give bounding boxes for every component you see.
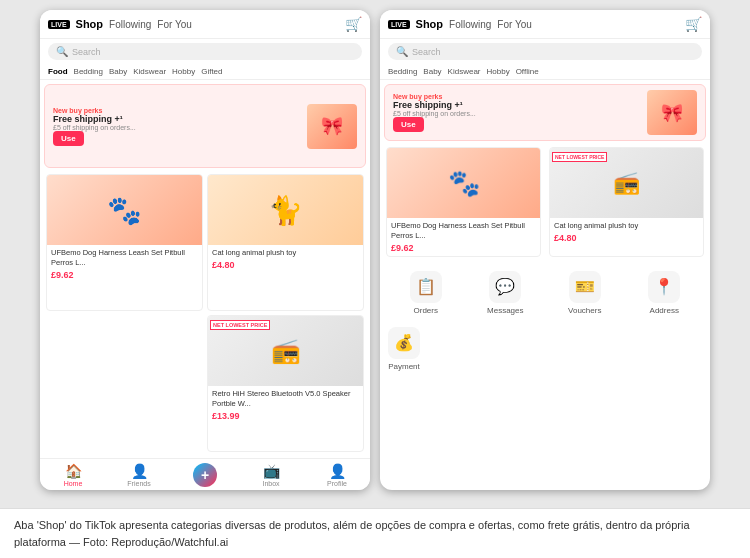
vouchers-label: Vouchers [568,306,601,315]
right-category-tabs: Bedding Baby Kidswear Hobby Offline [380,64,710,80]
nav-home-label: Home [64,480,83,487]
right-menu-grid: 📋 Orders 💬 Messages 🎫 Vouchers 📍 Address [380,263,710,323]
use-button-right[interactable]: Use [393,117,424,132]
product-info-cat: Cat long animal plush toy £4.80 [208,245,363,273]
nav-foryou-right[interactable]: For You [497,19,531,30]
nav-cart-right[interactable]: 🛒 [685,16,702,32]
address-label: Address [650,306,679,315]
right-net-lowest-badge: NET LOWEST PRICE [552,152,607,162]
right-product-img-speaker: 📻 NET LOWEST PRICE [550,148,703,218]
product-img-cat: 🐈 [208,175,363,245]
nav-foryou-left[interactable]: For You [157,19,191,30]
nav-home[interactable]: 🏠 Home [40,463,106,487]
net-lowest-badge: NET LOWEST PRICE [210,320,270,330]
promo-banner-right[interactable]: New buy perks Free shipping +¹ £5 off sh… [384,84,706,141]
product-price-cat: £4.80 [212,260,359,270]
menu-messages[interactable]: 💬 Messages [468,271,544,315]
promo-banner-left[interactable]: New buy perks Free shipping +¹ £5 off sh… [44,84,366,168]
rcat-baby[interactable]: Baby [423,67,441,76]
product-dog-harness-left[interactable]: 🐾 UFBemo Dog Harness Leash Set Pitbull P… [46,174,203,311]
right-product-info-speaker: Cat long animal plush toy £4.80 [550,218,703,246]
right-product-price-dog: £9.62 [391,243,536,253]
product-name-dog: UFBemo Dog Harness Leash Set Pitbull Per… [51,248,198,268]
left-content: New buy perks Free shipping +¹ £5 off sh… [40,80,370,458]
right-product-dog[interactable]: 🐾 UFBemo Dog Harness Leash Set Pitbull P… [386,147,541,257]
nav-friends[interactable]: 👤 Friends [106,463,172,487]
right-product-price-speaker: £4.80 [554,233,699,243]
right-product-img-dog: 🐾 [387,148,540,218]
right-product-info-dog: UFBemo Dog Harness Leash Set Pitbull Per… [387,218,540,256]
product-cat-plush[interactable]: 🐈 Cat long animal plush toy £4.80 [207,174,364,311]
main-container: LIVE Shop Following For You 🛒 🔍 Search F… [0,0,750,558]
menu-orders[interactable]: 📋 Orders [388,271,464,315]
nav-following-right[interactable]: Following [449,19,491,30]
promo-left: New buy perks Free shipping +¹ £5 off sh… [53,107,301,146]
orders-label: Orders [414,306,438,315]
payment-row: 💰 Payment [380,323,710,375]
nav-profile[interactable]: 👤 Profile [304,463,370,487]
left-search-bar[interactable]: 🔍 Search [48,43,362,60]
nav-shop-right[interactable]: Shop [416,18,444,30]
rcat-offline[interactable]: Offline [516,67,539,76]
cat-food[interactable]: Food [48,67,68,76]
rcat-hobby[interactable]: Hobby [487,67,510,76]
add-button[interactable]: + [193,463,217,487]
profile-icon: 👤 [329,463,346,479]
cat-kidswear[interactable]: Kidswear [133,67,166,76]
messages-icon: 💬 [489,271,521,303]
inbox-icon: 📺 [263,463,280,479]
live-badge: LIVE [48,20,70,29]
messages-label: Messages [487,306,523,315]
right-top-nav: LIVE Shop Following For You 🛒 [380,10,710,39]
product-info-dog: UFBemo Dog Harness Leash Set Pitbull Per… [47,245,202,283]
right-search-bar[interactable]: 🔍 Search [388,43,702,60]
right-product-name-dog: UFBemo Dog Harness Leash Set Pitbull Per… [391,221,536,241]
search-icon-right: 🔍 [396,46,408,57]
nav-profile-label: Profile [327,480,347,487]
rcat-kidswear[interactable]: Kidswear [448,67,481,76]
nav-inbox[interactable]: 📺 Inbox [238,463,304,487]
menu-vouchers[interactable]: 🎫 Vouchers [547,271,623,315]
left-category-tabs: Food Bedding Baby Kidswear Hobby Gifted [40,64,370,80]
right-product-name-speaker: Cat long animal plush toy [554,221,699,231]
search-icon-left: 🔍 [56,46,68,57]
product-info-speaker: Retro HiH Stereo Bluetooth V5.0 Speaker … [208,386,363,424]
product-speaker[interactable]: 📻 NET LOWEST PRICE Retro HiH Stereo Blue… [207,315,364,452]
right-promo-sub: £5 off shipping on orders... [393,110,641,117]
phones-area: LIVE Shop Following For You 🛒 🔍 Search F… [0,0,750,508]
left-top-nav: LIVE Shop Following For You 🛒 [40,10,370,39]
right-promo-title: Free shipping +¹ [393,100,641,110]
rcat-bedding[interactable]: Bedding [388,67,417,76]
nav-shop-left[interactable]: Shop [76,18,104,30]
nav-following-left[interactable]: Following [109,19,151,30]
right-product-speaker[interactable]: 📻 NET LOWEST PRICE Cat long animal plush… [549,147,704,257]
right-phone: LIVE Shop Following For You 🛒 🔍 Search B… [380,10,710,490]
left-search-placeholder: Search [72,47,101,57]
nav-friends-label: Friends [127,480,150,487]
address-icon: 📍 [648,271,680,303]
promo-title-left: Free shipping +¹ [53,114,301,124]
payment-label: Payment [388,362,420,371]
product-price-speaker: £13.99 [212,411,359,421]
promo-tag-left: New buy perks [53,107,301,114]
payment-icon: 💰 [388,327,420,359]
menu-address[interactable]: 📍 Address [627,271,703,315]
vouchers-icon: 🎫 [569,271,601,303]
home-icon: 🏠 [65,463,82,479]
orders-icon: 📋 [410,271,442,303]
cat-hobby[interactable]: Hobby [172,67,195,76]
product-price-dog: £9.62 [51,270,198,280]
right-content-top: New buy perks Free shipping +¹ £5 off sh… [380,80,710,263]
right-promo-tag: New buy perks [393,93,641,100]
use-button-left[interactable]: Use [53,131,84,146]
cat-baby[interactable]: Baby [109,67,127,76]
cat-bedding[interactable]: Bedding [74,67,103,76]
promo-img-right: 🎀 [647,90,697,135]
nav-cart-left[interactable]: 🛒 [345,16,362,32]
caption-area: Aba 'Shop' do TikTok apresenta categoria… [0,508,750,558]
cat-gifted[interactable]: Gifted [201,67,222,76]
promo-sub-left: £5 off shipping on orders... [53,124,301,131]
nav-add[interactable]: + [172,463,238,487]
menu-payment[interactable]: 💰 Payment [388,327,420,371]
product-name-cat: Cat long animal plush toy [212,248,359,258]
